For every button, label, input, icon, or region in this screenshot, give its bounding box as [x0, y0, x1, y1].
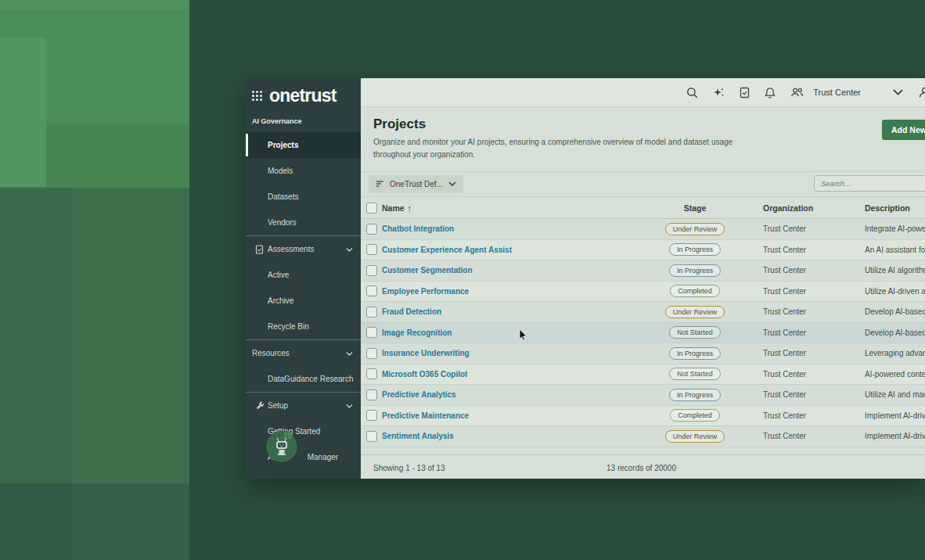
add-new-button[interactable]: Add New: [882, 120, 925, 140]
robot-assistant-icon[interactable]: [266, 431, 297, 462]
bg-decoration-rect: [46, 124, 189, 188]
assistant-count-badge: 28: [283, 432, 292, 440]
document-check-icon[interactable]: [740, 87, 750, 99]
description-cell: Develop AI-based im: [865, 328, 925, 337]
table-row[interactable]: Customer Experience Agent Assist In Prog…: [361, 240, 925, 261]
sidebar-item-archive[interactable]: Archive: [246, 288, 361, 314]
table-row[interactable]: Microsoft O365 Copilot Not Started Trust…: [361, 364, 925, 386]
table-row[interactable]: Predictive Maintenance Completed Trust C…: [361, 406, 925, 427]
sidebar-item-assessments[interactable]: Assessments: [246, 236, 361, 262]
project-name-link[interactable]: Customer Segmentation: [382, 266, 473, 275]
stage-badge: Not Started: [669, 368, 721, 380]
stage-badge: Under Review: [665, 430, 725, 443]
row-checkbox[interactable]: [366, 285, 377, 296]
organization-cell: Trust Center: [763, 246, 865, 254]
organization-cell: Trust Center: [763, 411, 865, 420]
project-name-link[interactable]: Microsoft O365 Copilot: [382, 370, 467, 379]
sort-ascending-icon[interactable]: ↑: [408, 203, 412, 213]
stage-badge: Completed: [670, 409, 720, 422]
column-header-description[interactable]: Description: [865, 203, 925, 213]
chevron-down-icon: [346, 245, 353, 253]
row-checkbox[interactable]: [366, 224, 377, 235]
user-avatar-icon[interactable]: [918, 86, 925, 99]
row-checkbox[interactable]: [366, 431, 377, 442]
sidebar-item-models[interactable]: Models: [246, 158, 361, 184]
row-checkbox[interactable]: [366, 244, 377, 255]
project-name-link[interactable]: Predictive Maintenance: [382, 411, 469, 420]
project-name-link[interactable]: Sentiment Analysis: [382, 432, 454, 440]
stage-badge: In Progress: [669, 347, 721, 360]
row-checkbox[interactable]: [366, 368, 377, 379]
table-row[interactable]: Chatbot Integration Under Review Trust C…: [361, 219, 925, 240]
project-name-link[interactable]: Employee Performance: [382, 287, 469, 296]
sidebar: onetrust AI Governance Projects Models D…: [246, 78, 361, 479]
bg-decoration-rect: [72, 188, 189, 483]
sidebar-item-manager[interactable]: AManager: [246, 444, 361, 470]
description-cell: Implement AI-driven: [865, 432, 925, 440]
page-title: Projects: [373, 117, 925, 132]
table-row[interactable]: Insurance Underwriting In Progress Trust…: [361, 343, 925, 364]
people-icon[interactable]: [790, 87, 804, 98]
table-row[interactable]: Employee Performance Completed Trust Cen…: [361, 282, 925, 303]
project-name-link[interactable]: Fraud Detection: [382, 307, 441, 316]
workspace-label[interactable]: Trust Center: [813, 88, 861, 97]
sidebar-item-recycle-bin[interactable]: Recycle Bin: [246, 314, 361, 339]
page-header: Projects Organize and monitor your AI pr…: [361, 107, 925, 172]
project-name-link[interactable]: Insurance Underwriting: [382, 349, 470, 357]
column-header-organization[interactable]: Organization: [763, 203, 865, 213]
wrench-icon: [255, 401, 265, 411]
organization-cell: Trust Center: [763, 307, 865, 316]
column-header-name[interactable]: Name: [382, 203, 405, 213]
sidebar-item-getting-started[interactable]: Getting Started: [246, 418, 361, 444]
description-cell: Implement AI-driven: [865, 411, 925, 420]
sidebar-item-setup[interactable]: Setup: [246, 393, 361, 418]
row-checkbox[interactable]: [366, 389, 377, 400]
project-name-link[interactable]: Chatbot Integration: [382, 224, 454, 233]
project-name-link[interactable]: Predictive Analytics: [382, 390, 456, 399]
bell-icon[interactable]: [765, 87, 776, 99]
column-header-stage[interactable]: Stage: [656, 203, 734, 213]
app-launcher-grid-icon[interactable]: [252, 91, 262, 101]
sidebar-item-vendors[interactable]: Vendors: [246, 210, 361, 235]
sidebar-item-projects[interactable]: Projects: [246, 132, 361, 158]
row-checkbox[interactable]: [366, 307, 377, 318]
row-checkbox[interactable]: [366, 348, 377, 359]
organization-cell: Trust Center: [763, 287, 865, 296]
row-checkbox[interactable]: [366, 265, 377, 276]
bg-decoration-rect: [0, 0, 189, 9]
sidebar-item-resources[interactable]: Resources: [246, 340, 361, 366]
organization-cell: Trust Center: [763, 328, 865, 337]
showing-count-label: Showing 1 - 13 of 13: [373, 464, 445, 472]
search-icon[interactable]: [686, 87, 698, 99]
table-row[interactable]: Image Recognition Not Started Trust Cent…: [361, 323, 925, 344]
logo[interactable]: onetrust: [246, 78, 361, 109]
project-name-link[interactable]: Customer Experience Agent Assist: [382, 246, 512, 254]
sidebar-item-dataguidance-research[interactable]: DataGuidance Research: [246, 366, 361, 392]
table-row[interactable]: Fraud Detection Under Review Trust Cente…: [361, 302, 925, 323]
table-row[interactable]: Predictive Analytics In Progress Trust C…: [361, 385, 925, 406]
search-input[interactable]: [814, 175, 925, 192]
description-cell: Integrate AI-powered: [865, 224, 925, 233]
organization-cell: Trust Center: [763, 349, 865, 357]
mouse-cursor: [519, 329, 528, 346]
project-name-link[interactable]: Image Recognition: [382, 328, 452, 337]
chevron-down-icon[interactable]: [893, 89, 903, 95]
table-row[interactable]: Sentiment Analysis Under Review Trust Ce…: [361, 426, 925, 447]
sparkles-icon[interactable]: [713, 87, 725, 99]
chevron-down-icon: [346, 401, 353, 410]
sidebar-item-datasets[interactable]: Datasets: [246, 184, 361, 210]
organization-cell: Trust Center: [763, 266, 865, 275]
main-content: Trust Center Projects Organize and monit…: [361, 78, 925, 479]
organization-cell: Trust Center: [763, 370, 865, 379]
row-checkbox[interactable]: [366, 410, 377, 421]
filter-list-icon: [376, 180, 384, 189]
view-selector[interactable]: OneTrust Def...: [369, 175, 463, 193]
table-row[interactable]: Customer Segmentation In Progress Trust …: [361, 260, 925, 282]
stage-badge: Under Review: [665, 223, 725, 235]
table-footer: Showing 1 - 13 of 13 13 records of 20000: [361, 454, 925, 479]
sidebar-item-active[interactable]: Active: [246, 262, 361, 288]
row-checkbox[interactable]: [366, 327, 377, 338]
select-all-checkbox[interactable]: [366, 203, 377, 214]
document-check-icon: [255, 245, 264, 254]
topbar: Trust Center: [361, 78, 925, 107]
